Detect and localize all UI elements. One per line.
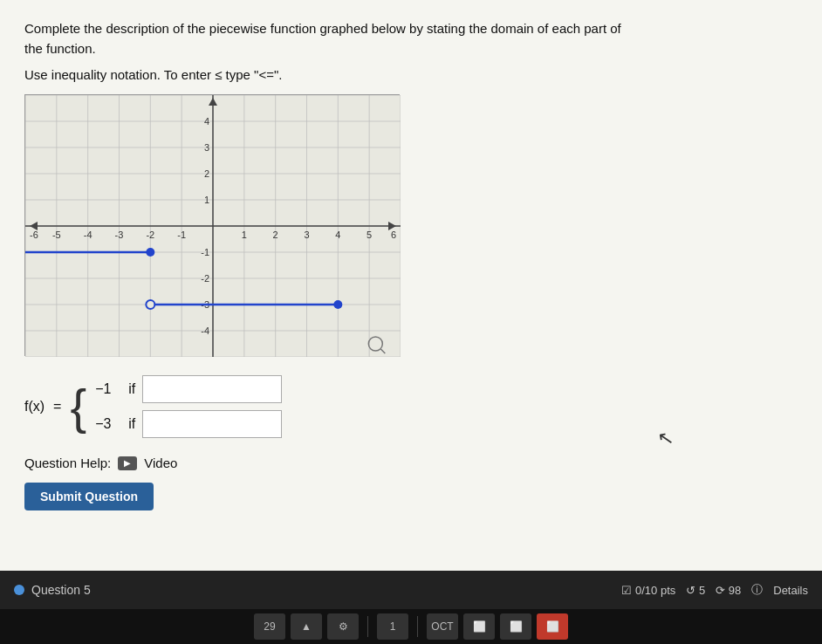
case-input-1[interactable] [142,375,282,403]
question-label: Question 5 [31,583,91,597]
taskbar-item-5[interactable]: ⬜ [463,613,495,640]
taskbar-item-6[interactable]: ⬜ [500,613,531,640]
case-value-2: −3 [95,416,121,432]
retries-badge: ↺ 5 [686,584,705,597]
case-value-1: −1 [95,381,121,397]
taskbar-item-2[interactable]: ▲ [291,613,322,640]
case-input-2[interactable] [142,410,282,438]
case-if-2: if [128,416,135,432]
question-help-label: Question Help: [24,456,111,470]
bottom-left: Question 5 [14,583,91,597]
graph-container [24,94,400,356]
submit-button[interactable]: Submit Question [24,483,154,510]
function-definition: f(x) = { −1 if −3 if [24,375,798,438]
taskbar-item-4[interactable]: 1 [377,613,408,640]
taskbar-item-oct[interactable]: OCT [427,613,458,640]
info-icon: ⓘ [751,582,763,598]
notation-line: Use inequality notation. To enter ≤ type… [24,67,798,82]
taskbar-separator [367,616,368,637]
details-label[interactable]: Details [773,584,808,597]
question-help: Question Help: ▶ Video [24,456,798,470]
cases-container: −1 if −3 if [95,375,282,438]
open-brace: { [70,382,86,431]
score-badge: ☑ 0/10 pts [621,584,675,597]
refresh-badge: ⟳ 98 [716,584,741,597]
function-label: f(x) [24,399,45,414]
taskbar-item-red[interactable]: ⬜ [537,613,568,640]
taskbar-item-1[interactable]: 29 [254,613,285,640]
case-if-1: if [128,381,135,397]
instruction-text: Complete the description of the piecewis… [24,19,635,58]
bottom-right: ☑ 0/10 pts ↺ 5 ⟳ 98 ⓘ Details [621,582,808,598]
taskbar: 29 ▲ ⚙ 1 OCT ⬜ ⬜ ⬜ [0,609,822,644]
case-row-1: −1 if [95,375,282,403]
taskbar-separator-2 [417,616,418,637]
question-dot [14,585,24,595]
case-row-2: −3 if [95,410,282,438]
main-content: Complete the description of the piecewis… [0,0,822,571]
equals-sign: = [53,399,61,414]
taskbar-item-3[interactable]: ⚙ [327,613,359,640]
video-icon[interactable]: ▶ [118,456,137,470]
bottom-bar: Question 5 ☑ 0/10 pts ↺ 5 ⟳ 98 ⓘ Details [0,571,822,609]
video-label[interactable]: Video [144,456,177,470]
